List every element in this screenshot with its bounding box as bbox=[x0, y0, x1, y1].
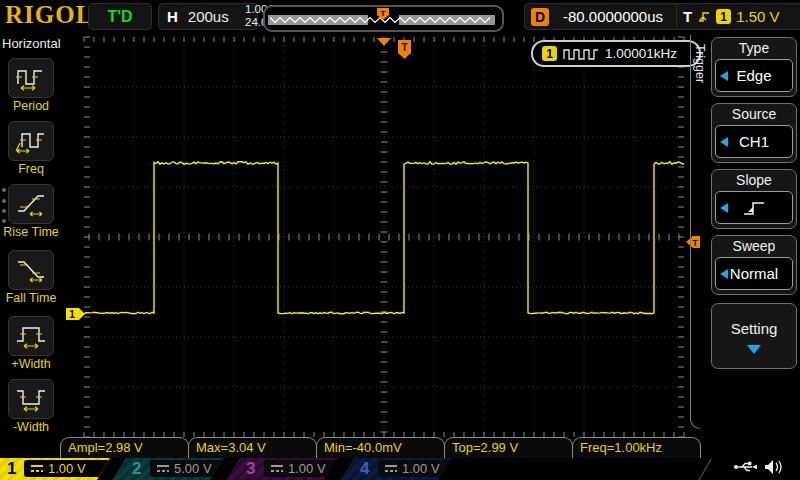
svg-text:T: T bbox=[381, 9, 386, 18]
channel-2-status[interactable]: 2 5.00 V bbox=[112, 458, 224, 480]
ch1-ground-marker[interactable]: 1 bbox=[66, 308, 85, 320]
timebase-value: 200us bbox=[188, 8, 229, 25]
trigger-status-badge: T'D bbox=[88, 3, 152, 30]
horizontal-center-marker[interactable] bbox=[377, 38, 391, 46]
channel-3-status[interactable]: 3 1.00 V bbox=[226, 458, 338, 480]
menu-item-label: Fall Time bbox=[0, 291, 62, 305]
scroll-dot bbox=[2, 188, 6, 192]
slope-rising-icon bbox=[741, 198, 767, 218]
menu-type[interactable]: Type Edge bbox=[711, 37, 797, 97]
menu-source[interactable]: Source CH1 bbox=[711, 103, 797, 163]
chevron-down-icon bbox=[747, 345, 761, 354]
measurement-max[interactable]: Max=3.04 V bbox=[188, 437, 317, 458]
menu-item-plus-width[interactable]: +Width bbox=[0, 316, 62, 371]
measurement-top[interactable]: Top=2.99 V bbox=[444, 437, 573, 458]
fall-time-icon bbox=[14, 256, 48, 284]
menu-sweep-value: Normal bbox=[730, 265, 778, 282]
dc-coupling-icon bbox=[271, 465, 283, 473]
menu-type-value: Edge bbox=[736, 67, 771, 84]
menu-item-label: Period bbox=[0, 99, 62, 113]
menu-sweep[interactable]: Sweep Normal bbox=[711, 235, 797, 295]
square-wave-icon bbox=[563, 48, 599, 60]
measurement-min[interactable]: Min=-40.0mV bbox=[316, 437, 445, 458]
measurement-freq[interactable]: Freq=1.00kHz bbox=[572, 437, 701, 458]
svg-text:1: 1 bbox=[69, 309, 75, 320]
menu-item-period[interactable]: Period bbox=[0, 58, 62, 113]
trigger-menu-tab-outline bbox=[690, 35, 700, 429]
scroll-dot bbox=[2, 209, 6, 213]
freq-icon bbox=[14, 127, 48, 155]
chevron-left-icon bbox=[720, 269, 728, 279]
chevron-left-icon bbox=[720, 71, 728, 81]
channel-number: 4 bbox=[360, 458, 369, 480]
counter-value: 1.00001kHz bbox=[605, 46, 677, 61]
scroll-dot bbox=[2, 199, 6, 203]
trigger-label: T bbox=[683, 8, 692, 25]
frequency-counter-badge: 1 1.00001kHz bbox=[531, 40, 701, 67]
channel-number: 3 bbox=[246, 458, 255, 480]
menu-type-label: Type bbox=[712, 38, 796, 59]
trigger-level-value: 1.50 V bbox=[736, 8, 779, 25]
plus-width-icon bbox=[14, 322, 48, 350]
menu-item-freq[interactable]: Freq bbox=[0, 121, 62, 176]
menu-item-label: +Width bbox=[0, 357, 62, 371]
menu-item-label: Rise Time bbox=[0, 225, 62, 239]
minus-width-icon bbox=[14, 385, 48, 413]
rise-time-icon bbox=[14, 190, 48, 218]
delay-value: -80.0000000us bbox=[549, 8, 677, 25]
measurement-ampl[interactable]: Ampl=2.98 V bbox=[60, 437, 189, 458]
channel-scale: 5.00 V bbox=[174, 461, 212, 476]
scroll-dot bbox=[2, 219, 6, 223]
menu-slope[interactable]: Slope bbox=[711, 169, 797, 229]
measurement-bar: Ampl=2.98 V Max=3.04 V Min=-40.0mV Top=2… bbox=[60, 437, 700, 458]
graticule bbox=[84, 37, 684, 437]
channel-scale: 1.00 V bbox=[48, 461, 86, 476]
menu-setting[interactable]: Setting bbox=[711, 303, 797, 369]
dc-coupling-icon bbox=[157, 465, 169, 473]
memory-position-strip[interactable]: T bbox=[263, 5, 504, 32]
chevron-left-icon bbox=[720, 203, 728, 213]
delay-label: D bbox=[531, 8, 549, 26]
delay-badge[interactable]: D -80.0000000us bbox=[524, 3, 684, 30]
svg-text:T: T bbox=[401, 42, 407, 53]
menu-setting-label: Setting bbox=[712, 304, 796, 339]
counter-channel-chip: 1 bbox=[542, 46, 557, 61]
trigger-status-text: T'D bbox=[107, 8, 132, 26]
menu-item-rise-time[interactable]: Rise Time bbox=[0, 184, 62, 239]
menu-source-value: CH1 bbox=[739, 133, 769, 150]
waveform-display: T 1 T bbox=[62, 32, 700, 438]
usb-icon bbox=[733, 459, 757, 475]
menu-item-minus-width[interactable]: -Width bbox=[0, 379, 62, 434]
channel-status-bar: 1 1.00 V 2 5.00 V 3 1.00 V 4 1.00 V bbox=[0, 458, 800, 480]
channel-number: 2 bbox=[132, 458, 141, 480]
trigger-source-chip: 1 bbox=[716, 9, 731, 24]
beeper-icon bbox=[764, 459, 782, 475]
timebase-badge[interactable]: H 200us bbox=[158, 3, 258, 30]
menu-sweep-label: Sweep bbox=[712, 236, 796, 257]
menu-source-label: Source bbox=[712, 104, 796, 125]
trigger-position-marker[interactable]: T bbox=[398, 40, 411, 59]
dc-coupling-icon bbox=[385, 465, 397, 473]
channel-4-status[interactable]: 4 1.00 V bbox=[340, 458, 452, 480]
channel-number: 1 bbox=[7, 458, 16, 480]
rising-edge-icon bbox=[697, 10, 711, 24]
system-status-icons bbox=[733, 459, 782, 475]
rigol-logo: RIGOL bbox=[5, 1, 93, 29]
channel-scale: 1.00 V bbox=[402, 461, 440, 476]
menu-slope-label: Slope bbox=[712, 170, 796, 191]
menu-item-label: -Width bbox=[0, 420, 62, 434]
menu-item-label: Freq bbox=[0, 162, 62, 176]
menu-item-fall-time[interactable]: Fall Time bbox=[0, 250, 62, 305]
trigger-menu: Type Edge Source CH1 Slope bbox=[700, 32, 800, 450]
channel-scale: 1.00 V bbox=[288, 461, 326, 476]
oscilloscope-screen: RIGOL T'D H 200us 1.00GSa/s 24.0M pts T … bbox=[0, 0, 800, 480]
channel-1-status[interactable]: 1 1.00 V bbox=[0, 458, 110, 480]
memory-strip-graphic: T bbox=[265, 7, 498, 26]
dc-coupling-icon bbox=[31, 465, 43, 473]
horizontal-measure-menu: Horizontal Period Freq Rise Tim bbox=[0, 32, 62, 450]
trigger-badge[interactable]: T 1 1.50 V bbox=[676, 3, 800, 30]
period-icon bbox=[14, 64, 48, 92]
left-menu-title: Horizontal bbox=[2, 36, 61, 51]
chevron-left-icon bbox=[720, 137, 728, 147]
horizontal-label: H bbox=[167, 8, 178, 25]
